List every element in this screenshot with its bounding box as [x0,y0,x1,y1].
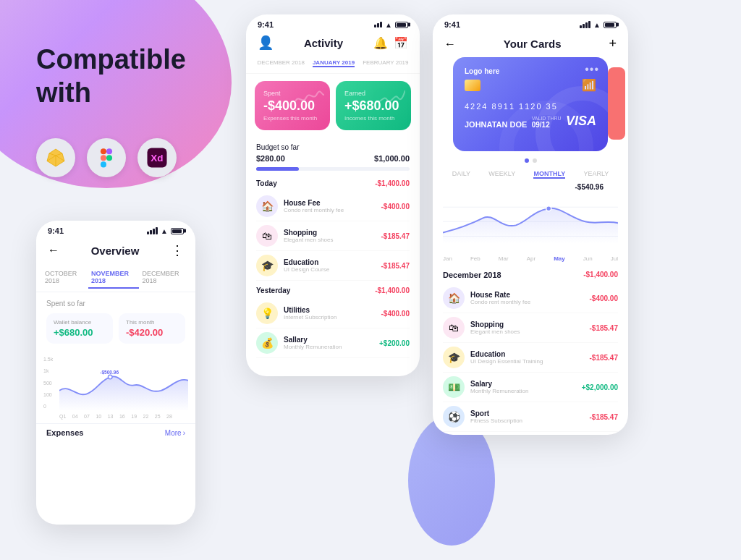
earned-wave-icon [376,87,405,109]
profile-icon[interactable]: 👤 [258,35,274,51]
p3-edu-sub: UI Design Essential Training [470,358,584,365]
budget-total: $1,000.00 [374,154,410,163]
back-arrow-icon3[interactable]: ← [444,38,456,51]
back-arrow-icon[interactable]: ← [48,244,59,257]
tab-dec-2018[interactable]: DECEMBER 2018 [139,267,190,289]
signal-bars3 [580,21,590,28]
tab-feb-2019-activity[interactable]: FEBRUARY 2019 [363,59,408,67]
tab-jan-2019-activity[interactable]: JANUARY 2019 [313,59,355,67]
shop-icon: 🛍 [256,225,278,247]
phone3-title: Your Cards [504,38,562,50]
card-logo-text: Logo here [465,67,499,75]
util-info: Utilities Internet Subscription [284,306,376,321]
month-jan: Jan [443,255,452,262]
tab-monthly[interactable]: MONTHLY [533,170,565,179]
wifi-icon: ▲ [161,227,168,235]
battery-icon3 [604,22,617,28]
card-pagination-dots [433,158,628,163]
trans-utilities: 💡 Utilities Internet Subscription -$400.… [256,299,410,328]
tab-oct-2018[interactable]: OCTOBER 2018 [42,267,88,289]
spent-card: Spent -$400.00 Expenses this month [255,81,330,130]
wifi-icon3: ▲ [593,21,601,29]
p3-shop-name: Shopping [470,321,584,328]
shop-name: Shopping [284,229,376,237]
phone1-month-tabs[interactable]: OCTOBER 2018 NOVEMBER 2018 DECEMBER 2018 [36,264,195,292]
phone2-status-icons: ▲ [374,21,408,29]
figma-icon [96,147,117,169]
tab-nov-2018[interactable]: NOVEMBER 2018 [88,267,139,289]
chart-tabs[interactable]: DAILY WEEKLY MONTHLY YEARLY [433,170,628,183]
more-label[interactable]: More [165,429,182,437]
month-apr: Apr [527,255,535,262]
budget-current: $280.00 [256,154,285,163]
budget-values: $280.00 $1,000.00 [256,154,410,163]
p3-sport-icon: ⚽ [443,406,465,428]
xd-icon: Xd [146,147,168,169]
y-label-3: 500 [43,381,53,386]
xd-icon-container: Xd [137,138,177,177]
shop-amount: -$185.47 [381,232,410,240]
wallet-label: Wallet balance [54,319,106,326]
second-card-tab[interactable] [608,67,625,140]
yesterday-header: Yesterday -$1,400.00 [256,287,410,294]
phone2-time: 9:41 [258,20,274,29]
phone3-transactions: December 2018 -$1,400.00 🏠 House Rate Co… [433,268,628,435]
phone3-status-icons: ▲ [580,21,617,29]
p3-edu-name: Education [470,350,584,358]
more-link[interactable]: More › [165,428,185,437]
add-card-icon[interactable]: + [609,36,617,51]
p3-dec-header: December 2018 -$1,400.00 [443,271,618,279]
phone2-month-tabs[interactable]: DECEMBER 2018 JANUARY 2019 FEBRUARY 2019 [246,56,420,74]
p3-edu-info: Education UI Design Essential Training [470,350,584,365]
calendar-icon[interactable]: 📅 [394,36,408,50]
x-axis-labels: Q1040710131619222528 [43,414,188,419]
p3-salary-name: Salary [470,380,576,388]
shop-sub: Elegant men shoes [284,237,376,243]
tab-dec-2018-activity[interactable]: DECEMBER 2018 [258,59,305,67]
chart-value-text: -$500.96 [100,370,119,376]
salary-name: Sallary [284,336,373,344]
month-mar: Mar [499,255,509,262]
phones-row: 9:41 ▲ 👤 Activity 🔔 📅 [246,0,741,435]
valid-label: VALID THRU [532,116,562,121]
budget-bar [256,167,410,171]
yesterday-total: -$1,400.00 [375,287,410,294]
sketch-icon-container [36,138,75,177]
today-label: Today [256,179,277,187]
house-info: House Fee Condo rent monthly fee [284,199,376,213]
tab-yearly[interactable]: YEARLY [583,170,609,179]
p3-trans-salary: 💵 Salary Monthly Remuneration +$2,000.00 [443,373,618,402]
salary-info: Sallary Monthly Remuneration [284,336,373,350]
svg-text:Xd: Xd [151,153,163,164]
house-sub: Condo rent monthly fee [284,207,376,213]
chart-value-display: -$540.96 [443,183,618,191]
card-chip [465,80,480,91]
expenses-label: Expenses [46,428,83,437]
month-jun: Jun [583,255,593,262]
dot-2[interactable] [533,158,537,163]
salary-sub: Monthly Remuneration [284,344,373,350]
y-label-1: 1.5k [43,357,53,362]
edu-amount: -$185.47 [381,262,410,270]
shop-info: Shopping Elegant men shoes [284,229,376,243]
month-jul: Jul [611,255,618,262]
dot-1[interactable] [525,158,529,163]
phone1-spent-section: Spent so far Wallet balance +$680.00 Thi… [36,292,195,351]
wallet-value: +$680.00 [54,327,106,338]
card-menu-icon[interactable]: ••• [585,63,599,76]
more-icon[interactable]: ⋮ [171,242,184,258]
budget-section: Budget so far $280.00 $1,000.00 [246,137,420,177]
p3-salary-amount: +$2,000.00 [582,383,618,391]
bell-icon[interactable]: 🔔 [373,36,388,50]
tab-daily[interactable]: DAILY [452,170,470,179]
credit-card[interactable]: Logo here 📶 4224 8911 1120 35 JOHNATAN D… [453,57,608,151]
month-feb: Feb [470,255,480,262]
phone3-header: ← Your Cards + [433,32,628,57]
earned-card: Earned +$680.00 Incomes this month [336,81,411,130]
p3-dec-total: -$1,400.00 [583,271,618,279]
p3-house-name: House Rate [470,291,584,299]
tab-weekly[interactable]: WEEKLY [488,170,515,179]
edu-sub: UI Design Course [284,266,376,273]
thismonth-label: This month [126,319,178,326]
svg-point-11 [546,206,551,211]
